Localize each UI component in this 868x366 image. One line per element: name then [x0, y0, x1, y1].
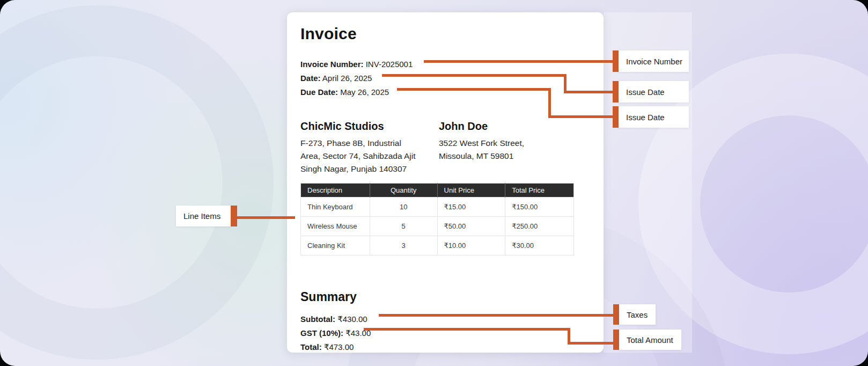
- gst-label: GST (10%):: [300, 328, 343, 338]
- table-cell-unit-price: ₹10.00: [437, 236, 505, 255]
- table-cell-quantity: 10: [370, 197, 437, 217]
- callout-bar: [613, 81, 619, 103]
- invoice-card: Invoice Invoice Number: INV-2025001 Date…: [287, 12, 604, 353]
- connector-line: [548, 115, 613, 118]
- line-items-table: Description Quantity Unit Price Total Pr…: [300, 183, 574, 255]
- callout-bar: [613, 330, 619, 350]
- seller-address-line: F-273, Phase 8B, Industrial: [300, 137, 439, 150]
- total-value: ₹473.00: [324, 342, 354, 352]
- invoice-number-label: Invoice Number:: [300, 60, 364, 69]
- callout-bar: [613, 50, 619, 72]
- callout-bar: [613, 106, 619, 128]
- total-label: Total:: [300, 342, 322, 352]
- table-cell-quantity: 5: [370, 217, 437, 236]
- seller-address-line: Singh Nagar, Punjab 140307: [300, 163, 439, 175]
- subtotal-label: Subtotal:: [300, 314, 335, 324]
- callout-issue-date: Issue Date: [619, 106, 689, 128]
- subtotal-value: ₹430.00: [337, 314, 367, 324]
- invoice-date-row: Date: April 26, 2025: [300, 71, 590, 85]
- table-row: Cleaning Kit 3 ₹10.00 ₹30.00: [301, 236, 574, 255]
- invoice-number-row: Invoice Number: INV-2025001: [300, 57, 590, 71]
- callout-total-amount: Total Amount: [619, 330, 681, 350]
- table-cell-description: Wireless Mouse: [301, 217, 370, 236]
- connector-line: [364, 328, 570, 331]
- column-header-description: Description: [301, 184, 370, 197]
- seller-address-line: Area, Sector 74, Sahibzada Ajit: [300, 150, 439, 163]
- invoice-number-value: INV-2025001: [366, 60, 413, 69]
- seller-name: ChicMic Studios: [300, 119, 439, 133]
- callout-invoice-number: Invoice Number: [619, 50, 689, 72]
- connector-line: [379, 314, 613, 317]
- callout-bar: [231, 206, 237, 226]
- customer-name: John Doe: [439, 119, 524, 133]
- invoice-due-date-value: May 26, 2025: [340, 87, 389, 97]
- connector-line: [564, 91, 613, 93]
- table-header-row: Description Quantity Unit Price Total Pr…: [301, 184, 574, 197]
- invoice-title: Invoice: [300, 24, 590, 44]
- page-background: Invoice Invoice Number: INV-2025001 Date…: [0, 0, 868, 366]
- connector-line: [382, 74, 567, 77]
- connector-line: [548, 88, 551, 118]
- table-cell-total-price: ₹150.00: [505, 197, 574, 217]
- total-row: Total: ₹473.00: [300, 340, 590, 354]
- table-row: Wireless Mouse 5 ₹50.00 ₹250.00: [301, 217, 574, 236]
- table-cell-description: Cleaning Kit: [301, 236, 370, 255]
- table-row: Thin Keyboard 10 ₹15.00 ₹150.00: [301, 197, 574, 217]
- table-cell-unit-price: ₹15.00: [437, 197, 505, 217]
- invoice-meta: Invoice Number: INV-2025001 Date: April …: [300, 57, 590, 99]
- column-header-quantity: Quantity: [370, 184, 437, 197]
- invoice-date-value: April 26, 2025: [322, 74, 372, 83]
- table-cell-description: Thin Keyboard: [301, 197, 370, 217]
- connector-line: [568, 342, 613, 345]
- column-header-unit-price: Unit Price: [437, 184, 505, 197]
- summary-title: Summary: [300, 289, 590, 305]
- column-header-total-price: Total Price: [505, 184, 574, 197]
- connector-line: [424, 60, 613, 63]
- callout-bar: [613, 304, 619, 325]
- seller-block: ChicMic Studios F-273, Phase 8B, Industr…: [300, 119, 439, 175]
- customer-address-line: 3522 West Fork Street,: [439, 137, 524, 150]
- callout-line-items: Line Items: [176, 206, 231, 226]
- connector-line: [237, 216, 295, 219]
- invoice-date-label: Date:: [300, 74, 321, 83]
- summary-section: Subtotal: ₹430.00 GST (10%): ₹43.00 Tota…: [300, 312, 590, 354]
- table-cell-total-price: ₹30.00: [505, 236, 574, 255]
- callout-issue-date: Issue Date: [619, 81, 689, 103]
- connector-line: [397, 88, 551, 91]
- callout-taxes: Taxes: [619, 304, 656, 325]
- background-circle: [0, 5, 274, 360]
- customer-address-line: Missoula, MT 59801: [439, 150, 524, 163]
- table-cell-quantity: 3: [370, 236, 437, 255]
- table-cell-unit-price: ₹50.00: [437, 217, 505, 236]
- table-cell-total-price: ₹250.00: [505, 217, 574, 236]
- invoice-due-date-label: Due Date:: [300, 87, 338, 97]
- parties-section: ChicMic Studios F-273, Phase 8B, Industr…: [300, 119, 590, 175]
- invoice-due-date-row: Due Date: May 26, 2025: [300, 85, 590, 99]
- customer-block: John Doe 3522 West Fork Street, Missoula…: [439, 119, 524, 175]
